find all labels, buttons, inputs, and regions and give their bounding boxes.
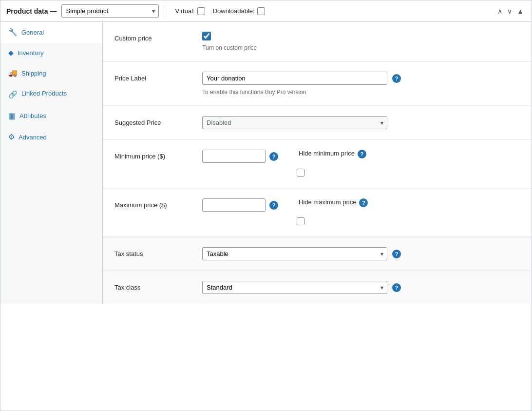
custom-price-checkbox[interactable] (202, 32, 211, 40)
custom-price-field: Custom price Turn on custom price (103, 22, 532, 61)
attributes-icon: ▦ (8, 111, 16, 120)
price-label-control: ? To enable this functions Buy Pro versi… (202, 72, 520, 96)
suggested-price-label: Suggested Price (114, 116, 202, 126)
suggested-price-select-wrapper[interactable]: Disabled Enabled (202, 116, 387, 129)
tax-status-help-icon[interactable]: ? (392, 250, 401, 258)
sidebar-item-advanced[interactable]: ⚙ Advanced (0, 127, 102, 148)
header-arrows: ∧ ∨ ▲ (495, 6, 526, 16)
wrench-icon: 🔧 (8, 28, 18, 37)
inventory-icon: ◆ (8, 49, 14, 57)
hide-maximum-price-checkbox[interactable] (297, 217, 304, 225)
price-label-help-icon[interactable]: ? (392, 74, 401, 83)
minimum-price-input[interactable] (202, 150, 266, 163)
price-label-label: Price Label (114, 72, 202, 82)
tax-status-select-wrapper[interactable]: Taxable Shipping only None (202, 247, 387, 260)
downloadable-label: Downloadable: (213, 7, 255, 15)
hide-minimum-price-label: Hide minimum price (299, 150, 355, 157)
advanced-icon: ⚙ (8, 133, 15, 141)
link-icon: 🔗 (8, 90, 18, 99)
sidebar-item-general[interactable]: 🔧 General (0, 22, 102, 43)
arrow-up-btn[interactable]: ∧ (495, 6, 504, 16)
suggested-price-select[interactable]: Disabled Enabled (202, 116, 387, 129)
minimum-price-help-icon[interactable]: ? (269, 152, 278, 161)
product-data-body: 🔧 General ◆ Inventory 🚚 Shipping 🔗 Linke… (0, 22, 532, 304)
tax-class-help-icon[interactable]: ? (392, 283, 401, 292)
arrow-collapse-btn[interactable]: ▲ (515, 6, 526, 16)
maximum-price-label: Maximum price ($) (114, 198, 202, 209)
maximum-price-control: ? Hide maximum price ? (202, 198, 520, 227)
maximum-price-field: Maximum price ($) ? Hide maximum price ? (103, 188, 532, 237)
virtual-checkbox[interactable] (197, 7, 205, 15)
maximum-price-help-icon[interactable]: ? (269, 201, 278, 210)
hide-maximum-price-help-icon[interactable]: ? (359, 198, 368, 207)
sidebar-item-attributes[interactable]: ▦ Attributes (0, 105, 102, 127)
suggested-price-control: Disabled Enabled (202, 116, 520, 129)
tax-status-field: Tax status Taxable Shipping only None ? (103, 237, 532, 271)
hide-maximum-price-label: Hide maximum price (299, 198, 356, 206)
sidebar-item-label-inventory: Inventory (18, 49, 43, 57)
arrow-down-btn[interactable]: ∨ (505, 6, 514, 16)
header-separator (164, 5, 164, 17)
tax-class-select[interactable]: Standard Reduced rate Zero rate (202, 281, 387, 294)
minimum-price-field: Minimum price ($) ? Hide minimum price ? (103, 139, 532, 188)
virtual-option[interactable]: Virtual: (175, 7, 205, 15)
suggested-price-field: Suggested Price Disabled Enabled (103, 106, 532, 139)
custom-price-label: Custom price (114, 32, 202, 42)
sidebar-item-shipping[interactable]: 🚚 Shipping (0, 63, 102, 84)
downloadable-checkbox[interactable] (257, 7, 265, 15)
tax-status-label: Tax status (114, 247, 202, 257)
sidebar-item-label-attributes: Attributes (19, 112, 46, 119)
sidebar-item-label-linked-products: Linked Products (21, 90, 67, 97)
product-type-select[interactable]: Simple product Variable product Grouped … (61, 4, 159, 18)
price-label-field: Price Label ? To enable this functions B… (103, 61, 532, 106)
main-content: Custom price Turn on custom price Price … (103, 22, 532, 304)
tax-class-label: Tax class (114, 281, 202, 291)
sidebar-item-label-general: General (21, 29, 44, 36)
tax-class-field: Tax class Standard Reduced rate Zero rat… (103, 271, 532, 304)
tax-status-select[interactable]: Taxable Shipping only None (202, 247, 387, 260)
sidebar-item-label-advanced: Advanced (19, 134, 47, 141)
price-label-input[interactable] (202, 72, 387, 85)
product-data-header: Product data — Simple product Variable p… (0, 0, 532, 22)
minimum-price-label: Minimum price ($) (114, 150, 202, 160)
custom-price-help-text: Turn on custom price (202, 44, 520, 51)
sidebar: 🔧 General ◆ Inventory 🚚 Shipping 🔗 Linke… (0, 22, 103, 304)
downloadable-option[interactable]: Downloadable: (213, 7, 265, 15)
shipping-icon: 🚚 (8, 69, 18, 78)
hide-minimum-price-checkbox[interactable] (297, 169, 304, 176)
sidebar-item-inventory[interactable]: ◆ Inventory (0, 43, 102, 63)
tax-class-control: Standard Reduced rate Zero rate ? (202, 281, 520, 294)
sidebar-item-linked-products[interactable]: 🔗 Linked Products (0, 84, 102, 105)
hide-minimum-price-help-icon[interactable]: ? (358, 150, 366, 158)
price-label-upgrade-note: To enable this functions Buy Pro version (202, 89, 520, 96)
product-data-title: Product data — (6, 7, 57, 15)
tax-status-control: Taxable Shipping only None ? (202, 247, 520, 260)
virtual-label: Virtual: (175, 7, 194, 15)
minimum-price-control: ? Hide minimum price ? (202, 150, 520, 178)
sidebar-item-label-shipping: Shipping (21, 70, 46, 77)
tax-class-select-wrapper[interactable]: Standard Reduced rate Zero rate (202, 281, 387, 294)
header-options: Virtual: Downloadable: (175, 7, 265, 15)
maximum-price-input[interactable] (202, 198, 266, 212)
product-type-selector[interactable]: Simple product Variable product Grouped … (61, 4, 159, 18)
product-data-panel: Product data — Simple product Variable p… (0, 0, 532, 411)
custom-price-control: Turn on custom price (202, 32, 520, 51)
